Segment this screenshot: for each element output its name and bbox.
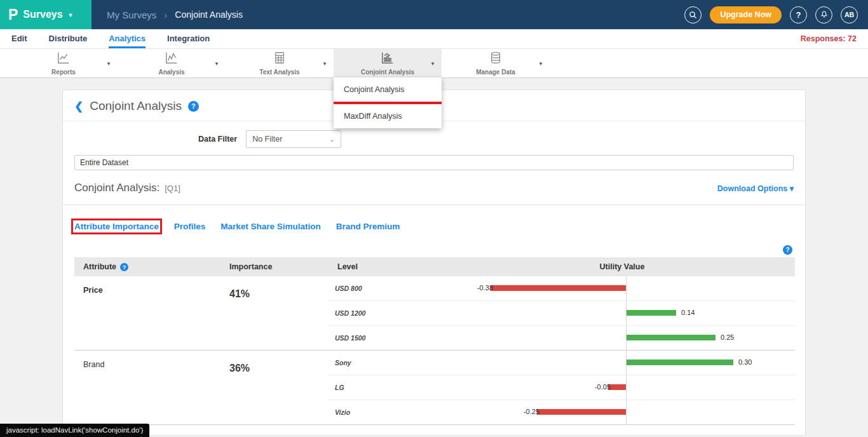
toolbar-item-label: Reports (51, 69, 76, 76)
utility-cell: 0.25 (449, 326, 795, 351)
dataset-row (63, 148, 805, 170)
utility-bar (627, 310, 676, 316)
zero-axis (626, 400, 627, 424)
breadcrumb-current: Conjoint Analysis (175, 10, 243, 20)
product-switcher-label: Surveys (23, 9, 62, 20)
chevron-down-icon[interactable]: ▼ (538, 60, 543, 66)
level-name: USD 800 (329, 276, 449, 301)
level-name: USD 1500 (329, 326, 449, 351)
product-switcher[interactable]: P Surveys ▼ (0, 0, 92, 29)
attribute-importance-table: Attribute? Importance Level Utility Valu… (74, 257, 795, 425)
chevron-down-icon: ▼ (68, 12, 74, 18)
utility-value-label: -0.25 (524, 400, 539, 424)
level-name: Vizio (329, 400, 449, 425)
level-row: Brand36%Sony0.30 (74, 351, 795, 375)
utility-bar (491, 285, 626, 291)
utility-bar (627, 360, 733, 365)
report-tabs: Attribute ImportanceProfilesMarket Share… (63, 205, 805, 231)
data-filter-value: No Filter (252, 135, 282, 144)
help-icon[interactable]: ? (790, 6, 807, 24)
utility-value-label: 0.14 (681, 301, 695, 325)
back-icon[interactable]: ❮ (74, 100, 83, 113)
page-background: ❮ Conjoint Analysis ? Data Filter No Fil… (0, 78, 868, 437)
chevron-down-icon[interactable]: ▼ (214, 60, 219, 66)
toolbar-item-label: Text Analysis (259, 69, 299, 76)
table-help-icon[interactable]: ? (783, 245, 792, 255)
breadcrumb: My Surveys › Conjoint Analysis (107, 10, 243, 20)
section-title: Conjoint Analysis:[Q1] (74, 182, 180, 194)
toolbar-item-label: Analysis (158, 69, 184, 76)
utility-bar (537, 409, 626, 415)
toolbar-item-conjoint-analysis[interactable]: Conjoint Analysis▼Conjoint AnalysisMaxDi… (334, 49, 442, 77)
level-name: Sony (329, 351, 449, 375)
chevron-down-icon[interactable]: ▼ (106, 60, 111, 66)
question-code: [Q1] (165, 184, 180, 193)
data-filter-select[interactable]: No Filter ⌄ (246, 130, 341, 148)
upgrade-now-button[interactable]: Upgrade Now (710, 6, 782, 24)
utility-value-label: -0.38 (477, 276, 493, 300)
zero-axis (626, 276, 627, 300)
manage-data-icon (489, 51, 503, 67)
survey-nav: EditDistributeAnalyticsIntegration Respo… (0, 29, 868, 49)
toolbar-item-label: Conjoint Analysis (361, 69, 414, 76)
data-filter-label: Data Filter (198, 135, 237, 144)
breadcrumb-my-surveys[interactable]: My Surveys (107, 10, 156, 20)
toolbar-item-label: Manage Data (476, 69, 515, 76)
report-tab-attribute-importance[interactable]: Attribute Importance (74, 222, 159, 231)
tab-integration[interactable]: Integration (167, 29, 210, 48)
toolbar-item-reports[interactable]: Reports▼ (10, 49, 118, 77)
report-tab-market-share-simulation[interactable]: Market Share Simulation (220, 222, 321, 231)
attribute-name: Brand (74, 351, 220, 425)
col-importance: Importance (220, 257, 329, 276)
utility-bar (608, 384, 626, 390)
topbar-actions: Upgrade Now ? AB (684, 6, 868, 24)
col-attribute: Attribute? (74, 257, 220, 276)
tab-analytics[interactable]: Analytics (109, 29, 146, 48)
report-tab-profiles[interactable]: Profiles (174, 222, 206, 231)
tab-distribute[interactable]: Distribute (49, 29, 88, 48)
avatar[interactable]: AB (841, 6, 858, 24)
conjoint-analysis-dropdown: Conjoint AnalysisMaxDiff Analysis (334, 77, 442, 128)
importance-value: 41% (220, 276, 329, 351)
download-options-link[interactable]: Download Options ▾ (717, 184, 794, 193)
attribute-help-icon[interactable]: ? (120, 263, 128, 271)
table-help-row: ? (63, 231, 805, 257)
chevron-down-icon[interactable]: ▼ (322, 60, 327, 66)
analysis-icon (165, 51, 179, 67)
report-tab-brand-premium[interactable]: Brand Premium (336, 222, 400, 231)
utility-value-label: 0.30 (738, 351, 752, 374)
zero-axis (626, 375, 627, 400)
tab-edit[interactable]: Edit (11, 29, 27, 48)
toolbar-item-text-analysis[interactable]: Text Analysis▼ (226, 49, 334, 77)
browser-status-tooltip: javascript: loadNavLink('showConjoint.do… (0, 424, 149, 437)
questionpro-logo-icon: P (8, 8, 18, 22)
level-name: LG (329, 375, 449, 400)
menu-item-maxdiff-analysis[interactable]: MaxDiff Analysis (334, 104, 442, 128)
section-row: Conjoint Analysis:[Q1] Download Options … (63, 170, 805, 194)
menu-item-conjoint-analysis[interactable]: Conjoint Analysis (334, 77, 442, 102)
utility-bar (627, 335, 715, 340)
chevron-down-icon[interactable]: ▼ (430, 60, 435, 66)
table-header-row: Attribute? Importance Level Utility Valu… (74, 257, 795, 276)
importance-value: 36% (220, 351, 329, 425)
utility-cell: 0.30 (449, 351, 795, 375)
attribute-name: Price (74, 276, 220, 351)
utility-cell: 0.14 (449, 301, 795, 326)
col-level: Level (329, 257, 449, 276)
utility-value-label: -0.05 (595, 375, 611, 399)
utility-cell: -0.05 (449, 375, 795, 400)
toolbar-item-manage-data[interactable]: Manage Data▼ (442, 49, 550, 77)
title-help-icon[interactable]: ? (188, 101, 199, 112)
level-row: Price41%USD 800-0.38 (74, 276, 795, 301)
chevron-down-icon: ⌄ (329, 135, 335, 144)
notifications-bell-icon[interactable] (815, 6, 832, 24)
text-analysis-icon (273, 51, 287, 67)
toolbar-item-analysis[interactable]: Analysis▼ (118, 49, 226, 77)
breadcrumb-separator-icon: › (164, 10, 167, 20)
reports-icon (57, 51, 71, 67)
dataset-input[interactable] (74, 155, 794, 170)
search-icon[interactable] (684, 6, 702, 24)
utility-cell: -0.38 (449, 276, 795, 301)
page-title: Conjoint Analysis (90, 99, 182, 113)
level-name: USD 1200 (329, 301, 449, 326)
